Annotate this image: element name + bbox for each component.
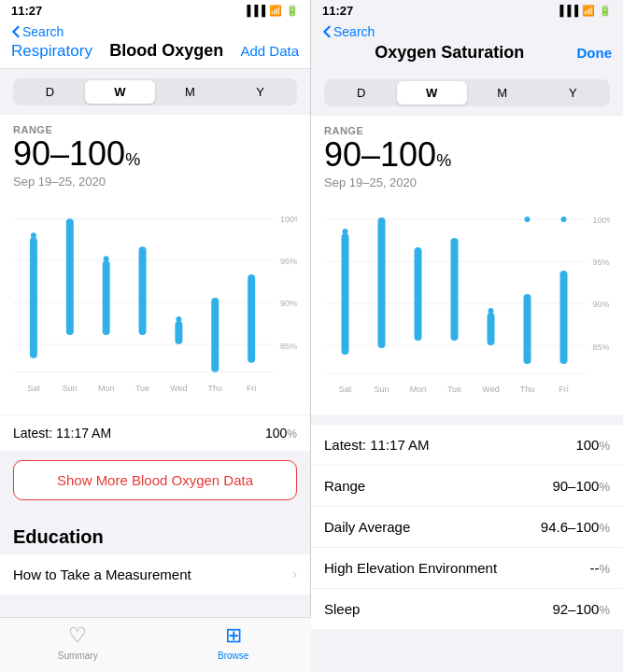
page-title-right: Oxygen Saturation — [322, 43, 577, 63]
left-panel: 11:27 ▐▐▐ 📶 🔋 Search Respiratory Blood O… — [0, 0, 311, 672]
stats-block-right: Latest: 11:17 AM 100% Range 90–100% Dail… — [311, 425, 623, 629]
svg-text:95%: 95% — [280, 257, 297, 266]
stat-label-4: Sleep — [324, 601, 360, 617]
svg-point-10 — [31, 232, 36, 238]
svg-rect-44 — [560, 271, 568, 364]
add-data-button[interactable]: Add Data — [240, 43, 299, 59]
show-more-button[interactable]: Show More Blood Oxygen Data — [13, 460, 297, 500]
stat-label-1: Range — [324, 478, 365, 494]
signal-icon-right: ▐▐▐ — [557, 5, 578, 16]
svg-point-36 — [343, 229, 348, 234]
segment-y-left[interactable]: Y — [225, 80, 295, 104]
svg-text:85%: 85% — [593, 343, 610, 352]
range-header-right: RANGE 90–100% Sep 19–25, 2020 — [311, 116, 623, 201]
browse-icon: ⊞ — [225, 623, 242, 648]
svg-rect-39 — [451, 238, 459, 341]
svg-point-16 — [176, 316, 181, 322]
segment-w-left[interactable]: W — [85, 80, 155, 104]
tab-browse[interactable]: ⊞ Browse — [156, 623, 312, 661]
done-button[interactable]: Done — [577, 45, 613, 61]
segment-control-left: D W M Y — [13, 78, 297, 105]
svg-text:85%: 85% — [280, 341, 297, 350]
chart-right: 100% 95% 90% 85% — [311, 201, 623, 415]
stat-row-1: Range 90–100% — [311, 465, 623, 506]
right-content-area: D W M Y RANGE 90–100% Sep 19–25, 2020 — [311, 70, 623, 672]
back-nav-left[interactable]: Search — [11, 24, 299, 39]
svg-rect-17 — [211, 298, 219, 372]
stat-value-3: --% — [589, 560, 610, 576]
range-value-left: 90–100% — [13, 135, 297, 173]
nav-bar-right: Search Oxygen Saturation Done — [311, 21, 623, 70]
tab-summary[interactable]: ♡ Summary — [0, 623, 156, 661]
svg-rect-11 — [66, 218, 74, 335]
right-panel: 11:27 ▐▐▐ 📶 🔋 Search Oxygen Saturation D… — [311, 0, 623, 672]
time-left: 11:27 — [11, 4, 42, 18]
page-title-left: Blood Oxygen — [109, 41, 223, 61]
education-header: Education — [0, 510, 310, 553]
battery-icon-right: 🔋 — [599, 5, 612, 17]
chevron-icon: › — [292, 567, 297, 581]
summary-icon: ♡ — [68, 623, 87, 648]
svg-point-13 — [104, 256, 109, 261]
status-icons-right: ▐▐▐ 📶 🔋 — [557, 5, 612, 17]
stat-row-2: Daily Average 94.6–100% — [311, 506, 623, 547]
back-label-right: Search — [333, 24, 375, 39]
latest-value: 100% — [265, 426, 297, 441]
date-range-left: Sep 19–25, 2020 — [13, 175, 297, 189]
svg-text:Fri: Fri — [247, 383, 256, 392]
svg-text:Thu: Thu — [208, 383, 222, 392]
stat-value-0: 100% — [575, 437, 610, 453]
stat-row-3: High Elevation Environment --% — [311, 547, 623, 588]
segment-d-right[interactable]: D — [326, 81, 397, 105]
svg-rect-38 — [415, 247, 422, 341]
stat-value-2: 94.6–100% — [541, 519, 610, 535]
browse-label: Browse — [218, 651, 248, 661]
range-header-left: RANGE 90–100% Sep 19–25, 2020 — [0, 115, 310, 200]
education-item[interactable]: How to Take a Measurement › — [0, 553, 310, 595]
stat-value-1: 90–100% — [552, 478, 610, 494]
segment-m-right[interactable]: M — [467, 81, 538, 105]
segment-d-left[interactable]: D — [15, 80, 85, 104]
segment-y-right[interactable]: Y — [538, 81, 609, 105]
svg-text:Mon: Mon — [98, 383, 114, 392]
svg-text:Fri: Fri — [559, 385, 569, 394]
svg-point-45 — [561, 217, 567, 222]
range-value-right: 90–100% — [324, 136, 610, 174]
time-right: 11:27 — [322, 4, 353, 18]
svg-text:Wed: Wed — [170, 383, 187, 392]
segment-w-right[interactable]: W — [397, 81, 468, 105]
back-nav-right[interactable]: Search — [322, 24, 612, 39]
svg-text:Mon: Mon — [410, 385, 427, 394]
chart-svg-left: 100% 95% 90% 85% — [13, 200, 297, 405]
stat-label-2: Daily Average — [324, 519, 410, 535]
status-bar-right: 11:27 ▐▐▐ 📶 🔋 — [311, 0, 623, 21]
stat-label-3: High Elevation Environment — [324, 560, 497, 576]
stat-row-0: Latest: 11:17 AM 100% — [311, 425, 623, 465]
svg-text:Sun: Sun — [63, 383, 78, 392]
stat-row-4: Sleep 92–100% — [311, 588, 623, 629]
svg-text:90%: 90% — [593, 300, 610, 309]
svg-text:Wed: Wed — [482, 385, 499, 394]
chart-svg-right: 100% 95% 90% 85% — [324, 201, 610, 406]
svg-text:Tue: Tue — [135, 383, 149, 392]
nav-bar-left: Search Respiratory Blood Oxygen Add Data — [0, 21, 310, 69]
wifi-icon: 📶 — [269, 5, 282, 17]
svg-rect-14 — [139, 246, 147, 335]
stat-value-4: 92–100% — [552, 601, 610, 617]
svg-text:100%: 100% — [280, 215, 297, 224]
left-scroll-area: D W M Y RANGE 90–100% Sep 19–25, 2020 — [0, 69, 310, 672]
segment-m-left[interactable]: M — [155, 80, 225, 104]
back-label-left: Search — [22, 24, 64, 39]
svg-rect-18 — [248, 274, 255, 363]
svg-text:Tue: Tue — [447, 385, 461, 394]
svg-text:Sat: Sat — [339, 385, 352, 394]
svg-point-41 — [488, 308, 494, 314]
chart-left: 100% 95% 90% 85% — [0, 200, 310, 414]
segment-control-right: D W M Y — [324, 79, 610, 106]
education-text: How to Take a Measurement — [13, 567, 191, 582]
svg-text:100%: 100% — [593, 216, 611, 225]
svg-text:Thu: Thu — [520, 385, 535, 394]
battery-icon: 🔋 — [286, 5, 299, 17]
tab-bar-left: ♡ Summary ⊞ Browse — [0, 617, 311, 672]
parent-link[interactable]: Respiratory — [11, 42, 92, 61]
